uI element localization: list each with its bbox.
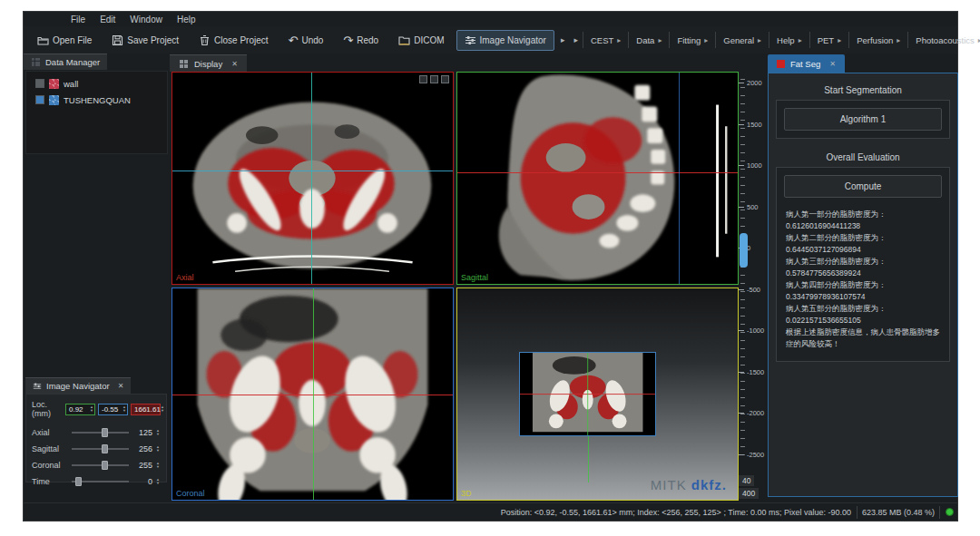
overall-evaluation-header: Overall Evaluation: [776, 148, 950, 167]
close-project-label: Close Project: [214, 35, 268, 45]
scale-value: 2000: [747, 79, 762, 87]
data-node-row[interactable]: wall: [28, 75, 165, 92]
level-window-handle[interactable]: [740, 233, 748, 268]
slider-track[interactable]: [72, 459, 129, 472]
scale-value: 500: [747, 203, 759, 211]
fat-seg-panel: Fat Seg ✕ Start Segmentation Algorithm 1…: [768, 54, 958, 497]
memory-status-icon: [946, 508, 954, 516]
close-icon[interactable]: ✕: [829, 60, 836, 68]
algorithm-1-button[interactable]: Algorithm 1: [784, 108, 942, 131]
threed-view-label: 3D: [461, 489, 472, 498]
folder-open-icon: [37, 34, 49, 46]
toolbar-menu-item[interactable]: Photoacoustics ▸: [907, 32, 980, 48]
tick-mark: [739, 165, 744, 166]
close-icon[interactable]: ✕: [231, 60, 238, 68]
location-spinbox[interactable]: 1661.61 ▲▼: [131, 404, 161, 415]
view-fullscreen-icon[interactable]: [441, 75, 449, 83]
scale-value: -1500: [747, 368, 764, 376]
chevron-right-icon: ▸: [617, 36, 621, 44]
spinner-arrows-icon[interactable]: ▲▼: [90, 405, 94, 413]
coronal-render-window[interactable]: Coronal: [172, 287, 454, 501]
result-line: 病人第二部分的脂肪密度为：0.6445037127096894: [786, 232, 940, 256]
scale-value: -1000: [747, 326, 764, 335]
toolbar-menu-item[interactable]: Data ▸: [628, 32, 669, 48]
spinner-arrows-icon[interactable]: ▲▼: [156, 478, 161, 485]
image-navigator-tab-icon: [33, 382, 42, 391]
axial-plane-line[interactable]: [457, 172, 738, 173]
scale-value: -500: [747, 286, 760, 294]
tick-mark: [739, 454, 744, 455]
logo-menu-chevron[interactable]: ▸: [571, 35, 581, 44]
fat-seg-tab[interactable]: Fat Seg ✕: [768, 54, 845, 73]
display-tabbar: Display ✕: [170, 54, 768, 72]
sagittal-plane-line[interactable]: [313, 288, 314, 500]
window-value: 400: [739, 488, 759, 499]
slider-track[interactable]: [72, 443, 129, 455]
dicom-button[interactable]: DICOM: [390, 30, 452, 51]
spinner-arrows-icon[interactable]: ▲▼: [122, 405, 127, 413]
toolbar-menu-item[interactable]: PET ▸: [809, 32, 849, 48]
axial-render-window[interactable]: Axial: [172, 72, 454, 285]
data-manager-tree: wall TUSHENGQUAN: [25, 71, 168, 154]
slider-track[interactable]: [72, 426, 129, 439]
slider-track[interactable]: [72, 475, 129, 488]
slider-handle[interactable]: [102, 461, 108, 470]
display-tab-label: Display: [194, 59, 222, 69]
data-node-label: wall: [64, 79, 78, 89]
location-row: Loc. (mm) 0.92 ▲▼ -0.55 ▲▼: [32, 400, 161, 418]
spinner-arrows-icon[interactable]: ▲▼: [156, 429, 161, 436]
location-spinbox[interactable]: 0.92 ▲▼: [65, 404, 95, 415]
view-crosshair-icon[interactable]: [419, 75, 427, 83]
data-manager-tab[interactable]: Data Manager: [24, 54, 107, 70]
sliders-icon: [465, 34, 476, 46]
visibility-checkbox[interactable]: [35, 95, 44, 104]
coronal-plane-line[interactable]: [679, 73, 680, 284]
display-tab-icon: [179, 59, 189, 69]
toolbar-overflow-chevron[interactable]: ▸: [558, 35, 568, 44]
sagittal-render-window[interactable]: Sagittal: [456, 72, 739, 285]
display-tab[interactable]: Display ✕: [170, 54, 247, 72]
tick-mark: [739, 289, 744, 290]
display-area: Display ✕: [170, 54, 768, 502]
location-spinbox[interactable]: -0.55 ▲▼: [98, 404, 128, 415]
level-window-labels: 2000 1500 1000 500: [739, 79, 766, 459]
toolbar-menu-label: Perfusion: [857, 35, 893, 45]
toolbar-menu-item[interactable]: CEST ▸: [583, 32, 628, 48]
coronal-plane-line[interactable]: [172, 171, 453, 171]
data-node-row[interactable]: TUSHENGQUAN: [28, 92, 165, 108]
image-navigator-button[interactable]: Image Navigator: [456, 30, 554, 51]
menubar-item[interactable]: File: [71, 15, 85, 24]
threed-image-plane: [519, 352, 656, 436]
spinner-arrows-icon[interactable]: ▲▼: [161, 405, 165, 413]
menubar-item[interactable]: Help: [177, 15, 196, 24]
level-window-slider[interactable]: 2000 1500 1000 500: [739, 72, 766, 501]
sagittal-plane-line[interactable]: [311, 73, 312, 284]
threed-render-window[interactable]: MITK dkfz. 3D: [456, 287, 739, 501]
menubar-item[interactable]: Window: [130, 15, 162, 24]
close-project-button[interactable]: Close Project: [191, 30, 276, 51]
slider-handle[interactable]: [102, 444, 108, 453]
axial-ct-image: [172, 73, 453, 284]
fat-seg-body: Start Segmentation Algorithm 1 Overall E…: [768, 73, 958, 497]
compute-button[interactable]: Compute: [784, 175, 942, 198]
toolbar-menus: CEST ▸ Data ▸ Fitting ▸ General ▸: [583, 26, 980, 54]
visibility-checkbox[interactable]: [35, 79, 44, 88]
sagittal-view-label: Sagittal: [461, 273, 488, 282]
spinner-arrows-icon[interactable]: ▲▼: [156, 445, 161, 453]
slider-value: 125: [132, 428, 152, 437]
close-icon[interactable]: ✕: [118, 382, 124, 390]
open-file-button[interactable]: Open File: [29, 30, 100, 51]
toolbar-menu-item[interactable]: General ▸: [715, 32, 769, 48]
undo-button[interactable]: ↶ Undo: [280, 30, 332, 51]
menubar-item[interactable]: Edit: [100, 15, 115, 24]
save-project-button[interactable]: Save Project: [103, 30, 187, 51]
slider-handle[interactable]: [102, 428, 108, 437]
spinner-arrows-icon[interactable]: ▲▼: [156, 462, 161, 469]
image-navigator-tab[interactable]: Image Navigator ✕: [25, 377, 131, 394]
toolbar-menu-item[interactable]: Perfusion ▸: [848, 32, 907, 48]
toolbar-menu-item[interactable]: Help ▸: [769, 32, 809, 48]
view-layout-icon[interactable]: [430, 75, 438, 83]
toolbar-menu-item[interactable]: Fitting ▸: [669, 32, 715, 48]
redo-button[interactable]: ↷ Redo: [335, 30, 387, 51]
slider-handle[interactable]: [75, 477, 82, 486]
